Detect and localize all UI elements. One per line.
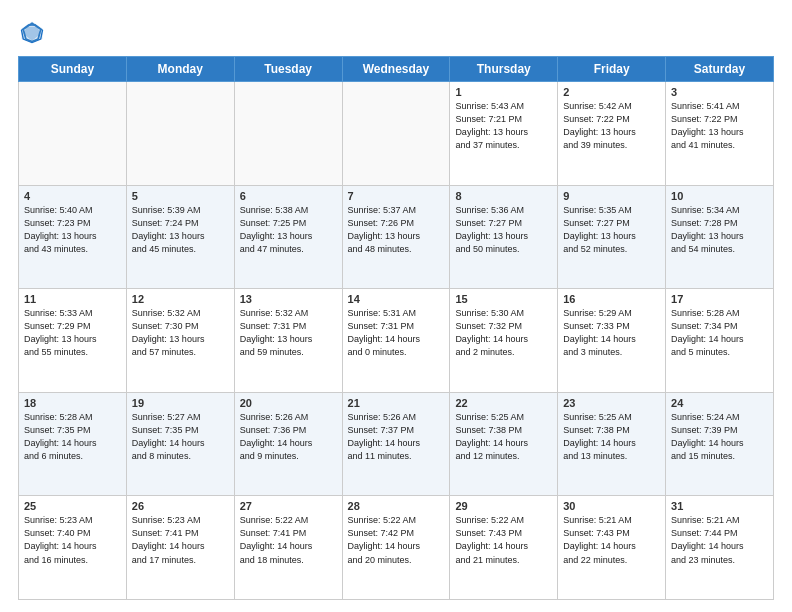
day-number: 29 [455, 500, 552, 512]
calendar-table: SundayMondayTuesdayWednesdayThursdayFrid… [18, 56, 774, 600]
day-info: Sunrise: 5:32 AM Sunset: 7:30 PM Dayligh… [132, 307, 229, 359]
day-number: 6 [240, 190, 337, 202]
calendar-day-cell: 5Sunrise: 5:39 AM Sunset: 7:24 PM Daylig… [126, 185, 234, 289]
day-number: 24 [671, 397, 768, 409]
day-number: 15 [455, 293, 552, 305]
calendar-day-cell: 30Sunrise: 5:21 AM Sunset: 7:43 PM Dayli… [558, 496, 666, 600]
day-info: Sunrise: 5:22 AM Sunset: 7:43 PM Dayligh… [455, 514, 552, 566]
day-header-wednesday: Wednesday [342, 57, 450, 82]
day-number: 16 [563, 293, 660, 305]
calendar-empty-cell [342, 82, 450, 186]
day-info: Sunrise: 5:30 AM Sunset: 7:32 PM Dayligh… [455, 307, 552, 359]
day-number: 7 [348, 190, 445, 202]
calendar-day-cell: 10Sunrise: 5:34 AM Sunset: 7:28 PM Dayli… [666, 185, 774, 289]
calendar-day-cell: 16Sunrise: 5:29 AM Sunset: 7:33 PM Dayli… [558, 289, 666, 393]
day-number: 9 [563, 190, 660, 202]
calendar-week-row: 18Sunrise: 5:28 AM Sunset: 7:35 PM Dayli… [19, 392, 774, 496]
day-number: 20 [240, 397, 337, 409]
calendar-day-cell: 22Sunrise: 5:25 AM Sunset: 7:38 PM Dayli… [450, 392, 558, 496]
calendar-header-row: SundayMondayTuesdayWednesdayThursdayFrid… [19, 57, 774, 82]
day-info: Sunrise: 5:31 AM Sunset: 7:31 PM Dayligh… [348, 307, 445, 359]
day-number: 10 [671, 190, 768, 202]
day-number: 3 [671, 86, 768, 98]
page: SundayMondayTuesdayWednesdayThursdayFrid… [0, 0, 792, 612]
day-info: Sunrise: 5:26 AM Sunset: 7:37 PM Dayligh… [348, 411, 445, 463]
calendar-day-cell: 28Sunrise: 5:22 AM Sunset: 7:42 PM Dayli… [342, 496, 450, 600]
day-number: 2 [563, 86, 660, 98]
calendar-day-cell: 25Sunrise: 5:23 AM Sunset: 7:40 PM Dayli… [19, 496, 127, 600]
calendar-day-cell: 20Sunrise: 5:26 AM Sunset: 7:36 PM Dayli… [234, 392, 342, 496]
calendar-empty-cell [234, 82, 342, 186]
day-header-thursday: Thursday [450, 57, 558, 82]
calendar-day-cell: 14Sunrise: 5:31 AM Sunset: 7:31 PM Dayli… [342, 289, 450, 393]
day-info: Sunrise: 5:35 AM Sunset: 7:27 PM Dayligh… [563, 204, 660, 256]
day-number: 27 [240, 500, 337, 512]
calendar-day-cell: 11Sunrise: 5:33 AM Sunset: 7:29 PM Dayli… [19, 289, 127, 393]
day-info: Sunrise: 5:32 AM Sunset: 7:31 PM Dayligh… [240, 307, 337, 359]
calendar-empty-cell [126, 82, 234, 186]
day-number: 19 [132, 397, 229, 409]
day-info: Sunrise: 5:25 AM Sunset: 7:38 PM Dayligh… [455, 411, 552, 463]
day-info: Sunrise: 5:38 AM Sunset: 7:25 PM Dayligh… [240, 204, 337, 256]
day-number: 25 [24, 500, 121, 512]
day-number: 5 [132, 190, 229, 202]
calendar-week-row: 25Sunrise: 5:23 AM Sunset: 7:40 PM Dayli… [19, 496, 774, 600]
calendar-day-cell: 18Sunrise: 5:28 AM Sunset: 7:35 PM Dayli… [19, 392, 127, 496]
day-header-monday: Monday [126, 57, 234, 82]
calendar-day-cell: 21Sunrise: 5:26 AM Sunset: 7:37 PM Dayli… [342, 392, 450, 496]
day-info: Sunrise: 5:22 AM Sunset: 7:42 PM Dayligh… [348, 514, 445, 566]
day-info: Sunrise: 5:28 AM Sunset: 7:34 PM Dayligh… [671, 307, 768, 359]
calendar-day-cell: 7Sunrise: 5:37 AM Sunset: 7:26 PM Daylig… [342, 185, 450, 289]
day-header-tuesday: Tuesday [234, 57, 342, 82]
day-info: Sunrise: 5:23 AM Sunset: 7:40 PM Dayligh… [24, 514, 121, 566]
day-info: Sunrise: 5:27 AM Sunset: 7:35 PM Dayligh… [132, 411, 229, 463]
calendar-week-row: 11Sunrise: 5:33 AM Sunset: 7:29 PM Dayli… [19, 289, 774, 393]
day-info: Sunrise: 5:43 AM Sunset: 7:21 PM Dayligh… [455, 100, 552, 152]
calendar-week-row: 1Sunrise: 5:43 AM Sunset: 7:21 PM Daylig… [19, 82, 774, 186]
calendar-day-cell: 31Sunrise: 5:21 AM Sunset: 7:44 PM Dayli… [666, 496, 774, 600]
day-number: 28 [348, 500, 445, 512]
calendar-day-cell: 9Sunrise: 5:35 AM Sunset: 7:27 PM Daylig… [558, 185, 666, 289]
calendar-day-cell: 24Sunrise: 5:24 AM Sunset: 7:39 PM Dayli… [666, 392, 774, 496]
day-info: Sunrise: 5:42 AM Sunset: 7:22 PM Dayligh… [563, 100, 660, 152]
calendar-empty-cell [19, 82, 127, 186]
day-number: 26 [132, 500, 229, 512]
calendar-day-cell: 1Sunrise: 5:43 AM Sunset: 7:21 PM Daylig… [450, 82, 558, 186]
day-info: Sunrise: 5:25 AM Sunset: 7:38 PM Dayligh… [563, 411, 660, 463]
day-header-saturday: Saturday [666, 57, 774, 82]
header [18, 18, 774, 46]
logo [18, 18, 50, 46]
calendar-day-cell: 6Sunrise: 5:38 AM Sunset: 7:25 PM Daylig… [234, 185, 342, 289]
calendar-day-cell: 26Sunrise: 5:23 AM Sunset: 7:41 PM Dayli… [126, 496, 234, 600]
day-info: Sunrise: 5:41 AM Sunset: 7:22 PM Dayligh… [671, 100, 768, 152]
day-number: 13 [240, 293, 337, 305]
day-info: Sunrise: 5:40 AM Sunset: 7:23 PM Dayligh… [24, 204, 121, 256]
day-info: Sunrise: 5:26 AM Sunset: 7:36 PM Dayligh… [240, 411, 337, 463]
day-number: 11 [24, 293, 121, 305]
day-info: Sunrise: 5:22 AM Sunset: 7:41 PM Dayligh… [240, 514, 337, 566]
calendar-day-cell: 13Sunrise: 5:32 AM Sunset: 7:31 PM Dayli… [234, 289, 342, 393]
calendar-week-row: 4Sunrise: 5:40 AM Sunset: 7:23 PM Daylig… [19, 185, 774, 289]
day-info: Sunrise: 5:39 AM Sunset: 7:24 PM Dayligh… [132, 204, 229, 256]
day-number: 30 [563, 500, 660, 512]
day-info: Sunrise: 5:21 AM Sunset: 7:44 PM Dayligh… [671, 514, 768, 566]
day-info: Sunrise: 5:29 AM Sunset: 7:33 PM Dayligh… [563, 307, 660, 359]
calendar-day-cell: 8Sunrise: 5:36 AM Sunset: 7:27 PM Daylig… [450, 185, 558, 289]
logo-icon [18, 18, 46, 46]
calendar-day-cell: 19Sunrise: 5:27 AM Sunset: 7:35 PM Dayli… [126, 392, 234, 496]
day-number: 21 [348, 397, 445, 409]
day-info: Sunrise: 5:28 AM Sunset: 7:35 PM Dayligh… [24, 411, 121, 463]
day-info: Sunrise: 5:21 AM Sunset: 7:43 PM Dayligh… [563, 514, 660, 566]
day-number: 17 [671, 293, 768, 305]
day-info: Sunrise: 5:34 AM Sunset: 7:28 PM Dayligh… [671, 204, 768, 256]
calendar-day-cell: 17Sunrise: 5:28 AM Sunset: 7:34 PM Dayli… [666, 289, 774, 393]
calendar-day-cell: 27Sunrise: 5:22 AM Sunset: 7:41 PM Dayli… [234, 496, 342, 600]
day-number: 18 [24, 397, 121, 409]
calendar-day-cell: 4Sunrise: 5:40 AM Sunset: 7:23 PM Daylig… [19, 185, 127, 289]
day-info: Sunrise: 5:33 AM Sunset: 7:29 PM Dayligh… [24, 307, 121, 359]
calendar-day-cell: 12Sunrise: 5:32 AM Sunset: 7:30 PM Dayli… [126, 289, 234, 393]
day-info: Sunrise: 5:23 AM Sunset: 7:41 PM Dayligh… [132, 514, 229, 566]
calendar-day-cell: 23Sunrise: 5:25 AM Sunset: 7:38 PM Dayli… [558, 392, 666, 496]
day-number: 8 [455, 190, 552, 202]
day-info: Sunrise: 5:24 AM Sunset: 7:39 PM Dayligh… [671, 411, 768, 463]
